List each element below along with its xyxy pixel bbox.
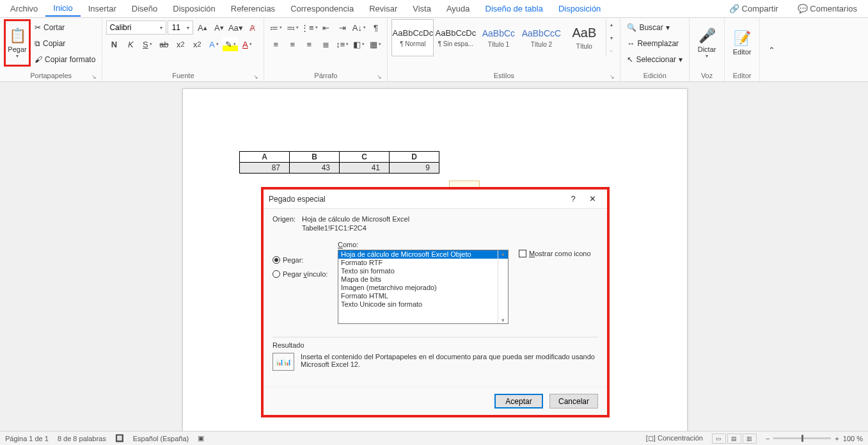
style-gallery-more[interactable]: ▴▾⎓ [606, 19, 616, 56]
align-right-button[interactable]: ≡ [301, 37, 317, 51]
zoom-slider[interactable] [773, 437, 831, 439]
font-name-combo[interactable]: ▾ [106, 20, 166, 35]
italic-button[interactable]: K [123, 37, 138, 51]
focus-mode-button[interactable]: [◻] Concentración [646, 434, 703, 442]
tab-revisar[interactable]: Revisar [361, 1, 405, 16]
superscript-button[interactable]: x2 [189, 37, 205, 51]
copy-button[interactable]: ⧉Copiar [32, 36, 98, 51]
zoom-in-button[interactable]: + [835, 435, 839, 442]
bold-button[interactable]: N [106, 37, 122, 51]
align-center-button[interactable]: ≡ [285, 37, 300, 51]
tab-disposicion-tabla[interactable]: Disposición [551, 1, 608, 16]
font-name-input[interactable] [107, 23, 157, 32]
status-language[interactable]: Español (España) [133, 435, 189, 442]
dictate-button[interactable]: 🎤 Dictar ▾ [693, 19, 720, 67]
numbering-button[interactable]: ≕ [285, 20, 300, 35]
subscript-button[interactable]: x2 [173, 37, 188, 51]
tab-vista[interactable]: Vista [405, 1, 439, 16]
tab-insertar[interactable]: Insertar [81, 1, 124, 16]
comments-button[interactable]: 💬 Comentarios [789, 1, 865, 17]
select-button[interactable]: ↖Seleccionar ▾ [624, 53, 685, 67]
list-item[interactable]: Imagen (metarchivo mejorado) [338, 284, 508, 292]
style-titulo[interactable]: AaBTítulo [563, 19, 605, 56]
tab-ayuda[interactable]: Ayuda [439, 1, 478, 16]
zoom-control[interactable]: − + 100 % [766, 435, 863, 442]
change-case-button[interactable]: Aa▾ [228, 20, 243, 35]
paste-button[interactable]: 📋 Pegar ▾ [4, 19, 31, 67]
clear-format-button[interactable]: A̷ [244, 20, 260, 35]
increase-indent-button[interactable]: ⇥ [335, 20, 350, 35]
clipboard-launcher[interactable]: ↘ [91, 74, 97, 80]
radio-paste-link[interactable]: Pegar vínculo: [272, 270, 338, 278]
tab-diseno[interactable]: Diseño [124, 1, 165, 16]
bullets-button[interactable]: ≔ [268, 20, 283, 35]
grow-font-button[interactable]: A▴ [194, 20, 210, 35]
view-web-button[interactable]: ▥ [743, 433, 757, 444]
cancel-button[interactable]: Cancelar [549, 394, 598, 409]
align-left-button[interactable]: ≡ [268, 37, 283, 51]
chevron-down-icon[interactable]: ▾ [184, 25, 193, 31]
shading-button[interactable]: ◧ [351, 37, 367, 51]
find-button[interactable]: 🔍Buscar ▾ [624, 20, 672, 35]
tab-correspondencia[interactable]: Correspondencia [283, 1, 361, 16]
font-color-button[interactable]: A [239, 37, 255, 51]
view-print-button[interactable]: ▤ [727, 433, 741, 444]
zoom-out-button[interactable]: − [766, 435, 769, 442]
highlight-button[interactable]: ✎ [223, 37, 238, 51]
embedded-table[interactable]: A B C D 87 43 41 9 [239, 151, 439, 174]
shrink-font-button[interactable]: A▾ [211, 20, 226, 35]
font-launcher[interactable]: ↘ [253, 74, 258, 80]
chevron-down-icon[interactable]: ▾ [157, 25, 166, 31]
decrease-indent-button[interactable]: ⇤ [318, 20, 333, 35]
multilevel-button[interactable]: ⋮≡ [301, 20, 317, 35]
ok-button[interactable]: Aceptar [494, 394, 543, 409]
replace-button[interactable]: ↔Reemplazar [624, 36, 681, 51]
paragraph-launcher[interactable]: ↘ [377, 74, 382, 80]
tab-referencias[interactable]: Referencias [223, 1, 283, 16]
font-size-combo[interactable]: ▾ [168, 20, 193, 35]
list-item[interactable]: Formato HTML [338, 292, 508, 300]
sort-button[interactable]: A↓ [351, 20, 367, 35]
style-name: Título [576, 43, 592, 50]
list-item[interactable]: Texto sin formato [338, 267, 508, 275]
strike-button[interactable]: ab [156, 37, 171, 51]
view-read-button[interactable]: ▭ [712, 433, 726, 444]
style-titulo2[interactable]: AaBbCcCTítulo 2 [520, 19, 562, 56]
justify-button[interactable]: ≣ [318, 37, 333, 51]
tab-diseno-tabla[interactable]: Diseño de tabla [478, 1, 551, 16]
borders-button[interactable]: ▦ [368, 37, 383, 51]
underline-button[interactable]: S [139, 37, 155, 51]
cut-button[interactable]: ✂Cortar [32, 20, 98, 35]
share-button[interactable]: 🔗 Compartir [721, 1, 787, 17]
status-page[interactable]: Página 1 de 1 [5, 435, 49, 442]
zoom-value[interactable]: 100 % [843, 435, 863, 442]
tab-inicio[interactable]: Inicio [45, 1, 80, 17]
format-painter-button[interactable]: 🖌Copiar formato [32, 53, 98, 67]
line-spacing-button[interactable]: ↕≡ [335, 37, 350, 51]
text-effects-button[interactable]: A [206, 37, 221, 51]
status-proofing-icon[interactable]: 🔲 [115, 434, 124, 442]
show-marks-button[interactable]: ¶ [368, 20, 383, 35]
format-painter-label: Copiar formato [45, 55, 95, 64]
list-item[interactable]: Texto Unicode sin formato [338, 300, 508, 309]
tab-disposicion[interactable]: Disposición [165, 1, 223, 16]
style-titulo1[interactable]: AaBbCcTítulo 1 [477, 19, 519, 56]
listbox-scrollbar[interactable]: ▴▾ [498, 250, 508, 323]
status-macro-icon[interactable]: ▣ [198, 434, 204, 442]
radio-paste[interactable]: Pegar: [272, 256, 338, 264]
editor-button[interactable]: 📝 Editor [729, 19, 755, 67]
status-words[interactable]: 8 de 8 palabras [58, 435, 106, 442]
list-item[interactable]: Formato RTF [338, 259, 508, 267]
list-item[interactable]: Mapa de bits [338, 275, 508, 284]
ribbon-collapse-button[interactable]: ⌃ [764, 44, 779, 58]
list-item[interactable]: Hoja de cálculo de Microsoft Excel Objet… [338, 250, 508, 259]
font-size-input[interactable] [168, 23, 184, 32]
dialog-help-button[interactable]: ? [564, 194, 583, 204]
format-listbox[interactable]: Hoja de cálculo de Microsoft Excel Objet… [338, 250, 509, 324]
styles-launcher[interactable]: ↘ [610, 74, 615, 80]
show-as-icon-checkbox[interactable]: Mostrar como icono [519, 250, 598, 257]
style-sin-espaciado[interactable]: AaBbCcDc¶ Sin espa... [434, 19, 477, 56]
style-normal[interactable]: AaBbCcDc¶ Normal [391, 19, 434, 56]
tab-archivo[interactable]: Archivo [3, 1, 45, 16]
dialog-close-button[interactable]: ✕ [583, 194, 602, 204]
